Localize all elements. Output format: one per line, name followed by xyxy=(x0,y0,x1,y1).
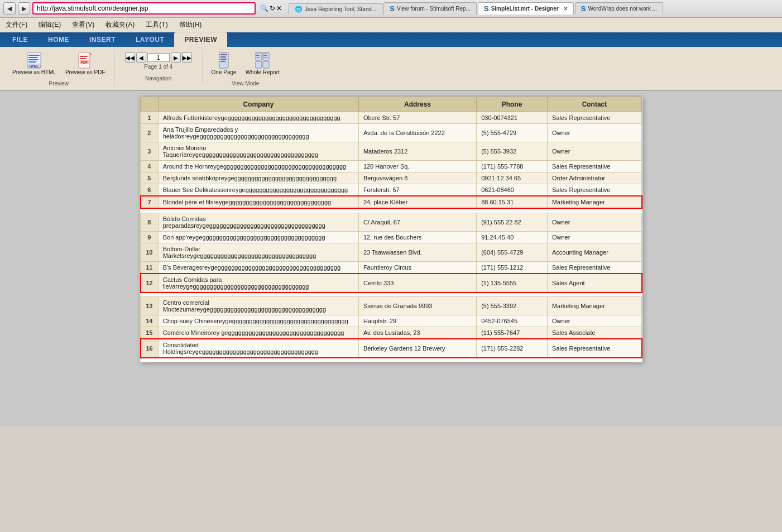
row-company: Bon app'reygeggggggggggggggggggggggggggg… xyxy=(158,231,358,243)
row-company: Comércio Mineirorey gegggggggggggggggggg… xyxy=(158,327,358,339)
svg-rect-28 xyxy=(256,61,262,68)
row-company: B's Beveragesreygegggggggggggggggggggggg… xyxy=(158,261,358,274)
preview-pdf-button[interactable]: PDF Preview as PDF xyxy=(62,50,109,77)
col-header-phone: Phone xyxy=(477,97,548,112)
tab-bar: 🌐 Java Reporting Tool, Stand... S View f… xyxy=(289,2,663,15)
col-header-address: Address xyxy=(358,97,476,112)
col-header-company: Company xyxy=(158,97,358,112)
svg-rect-29 xyxy=(263,61,269,68)
nav-prev-button[interactable]: ◀ xyxy=(136,52,146,63)
row-contact: Sales Agent xyxy=(547,274,641,293)
table-row: 7Blondel père et filsreygegggggggggggggg… xyxy=(141,196,642,208)
row-contact: Accounting Manager xyxy=(547,243,641,261)
menu-file[interactable]: 文件(F) xyxy=(0,19,33,31)
whole-report-button[interactable]: Whole Report xyxy=(242,50,283,77)
forward-button[interactable]: ▶ xyxy=(18,2,30,15)
row-address: Forsterstr. 57 xyxy=(358,184,476,196)
nav-next-button[interactable]: ▶ xyxy=(171,52,181,63)
ribbon-tab-file[interactable]: FILE xyxy=(2,32,38,47)
row-number: 6 xyxy=(141,184,159,196)
row-number: 1 xyxy=(141,112,159,124)
back-button[interactable]: ◀ xyxy=(3,2,16,15)
svg-rect-25 xyxy=(263,54,267,54)
row-address: Berguvsvägen 8 xyxy=(358,172,476,184)
row-company: Blauer See Delikatessenreygegggggggggggg… xyxy=(158,184,358,196)
row-address: 120 Hanover Sq. xyxy=(358,161,476,172)
whole-report-icon xyxy=(253,51,271,69)
row-phone: 91.24.45.40 xyxy=(477,231,548,243)
row-address: Cerrito 333 xyxy=(358,274,476,293)
row-contact: Sales Representative xyxy=(547,112,641,124)
tab-java-reporting[interactable]: 🌐 Java Reporting Tool, Stand... xyxy=(289,3,382,15)
row-company: Blondel père et filsreygeggggggggggggggg… xyxy=(158,196,358,208)
menu-view[interactable]: 查看(V) xyxy=(66,19,100,31)
preview-html-button[interactable]: HTML Preview as HTML xyxy=(9,50,60,77)
table-row: 11B's Beveragesreygegggggggggggggggggggg… xyxy=(141,261,642,274)
svg-rect-27 xyxy=(263,57,267,57)
whole-report-label: Whole Report xyxy=(246,69,280,76)
tab-close-icon[interactable]: ✕ xyxy=(563,6,568,12)
row-address: Sierras de Granada 9993 xyxy=(358,297,476,315)
ribbon-tab-insert[interactable]: INSERT xyxy=(79,32,126,47)
svg-rect-1 xyxy=(28,55,40,56)
row-number: 15 xyxy=(141,327,159,339)
nav-items: ◀◀ ◀ ▶ ▶▶ Page 1 of 4 xyxy=(121,50,196,72)
menu-edit[interactable]: 编辑(E) xyxy=(33,19,66,31)
ribbon-tab-layout[interactable]: LAYOUT xyxy=(126,32,174,47)
row-number: 5 xyxy=(141,172,159,184)
svg-rect-23 xyxy=(256,57,260,57)
ribbon-group-preview: HTML Preview as HTML xyxy=(3,49,115,88)
nav-first-button[interactable]: ◀◀ xyxy=(125,52,135,63)
row-address: 12, rue des Bouchers xyxy=(358,231,476,243)
svg-text:HTML: HTML xyxy=(30,65,39,68)
tab-wordwrap[interactable]: S WordWrap does not work ... xyxy=(575,2,663,15)
ribbon-tab-home[interactable]: HOME xyxy=(38,32,79,47)
row-company: Around the Hornreygegggggggggggggggggggg… xyxy=(158,161,358,172)
menu-favorites[interactable]: 收藏夹(A) xyxy=(100,19,140,31)
row-company: Centro comercial Moctezumareygeggggggggg… xyxy=(158,297,358,315)
ribbon-tab-preview[interactable]: PREVIEW xyxy=(174,32,227,47)
table-row: 8Bólido Comidas preparadasreygeggggggggg… xyxy=(141,213,642,231)
svg-rect-4 xyxy=(28,61,36,63)
address-bar[interactable] xyxy=(32,2,256,15)
browser-chrome: ◀ ▶ 🔍 ↻ ✕ 🌐 Java Reporting Tool, Stand..… xyxy=(0,0,782,18)
search-area: 🔍 ↻ ✕ xyxy=(260,4,282,12)
preview-buttons: HTML Preview as HTML xyxy=(9,50,109,77)
table-row: 10Bottom-Dollar Marketsreygegggggggggggg… xyxy=(141,243,642,261)
row-number: 3 xyxy=(141,142,159,161)
menu-tools[interactable]: 工具(T) xyxy=(140,19,173,31)
browser-titlebar: ◀ ▶ 🔍 ↻ ✕ 🌐 Java Reporting Tool, Stand..… xyxy=(0,0,782,17)
tab-simplelist[interactable]: S SimpleList.mrt - Designer ✕ xyxy=(478,2,574,15)
one-page-button[interactable]: One Page xyxy=(208,50,240,77)
view-mode-buttons: One Page xyxy=(208,50,283,77)
row-phone: (171) 555-7788 xyxy=(477,161,548,172)
svg-rect-11 xyxy=(80,56,88,57)
row-contact: Sales Representative xyxy=(547,339,641,358)
row-phone: 0452-076545 xyxy=(477,315,548,327)
red-box-overlay xyxy=(141,208,642,213)
one-page-label: One Page xyxy=(212,69,237,76)
row-contact: Sales Representative xyxy=(547,161,641,172)
row-address: Obere Str. 57 xyxy=(358,112,476,124)
view-mode-group-label: View Mode xyxy=(232,80,259,87)
svg-rect-3 xyxy=(28,59,39,60)
preview-html-label: Preview as HTML xyxy=(12,69,56,76)
refresh-icon[interactable]: ↻ xyxy=(270,4,275,12)
table-row: 5Berglunds snabbköpreygegggggggggggggggg… xyxy=(141,172,642,184)
close-icon[interactable]: ✕ xyxy=(276,4,282,12)
tab-view-forum[interactable]: S View forum - Stimulsoft Rep... xyxy=(383,2,477,15)
row-phone: 0921-12 34 65 xyxy=(477,172,548,184)
menu-help[interactable]: 帮助(H) xyxy=(174,19,208,31)
nav-last-button[interactable]: ▶▶ xyxy=(182,52,192,63)
table-header-row: Company Address Phone Contact xyxy=(141,97,642,112)
row-contact: Marketing Manager xyxy=(547,297,641,315)
red-box-overlay xyxy=(141,358,642,362)
row-phone: 88.60.15.31 xyxy=(477,196,548,208)
row-number: 4 xyxy=(141,161,159,172)
page-number-input[interactable] xyxy=(147,53,170,62)
row-phone: 030-0074321 xyxy=(477,112,548,124)
row-address: Hauptstr. 29 xyxy=(358,315,476,327)
red-box-overlay xyxy=(141,293,642,297)
row-number: 16 xyxy=(141,339,159,358)
main-content: Company Address Phone Contact 1Alfreds F… xyxy=(0,91,782,426)
